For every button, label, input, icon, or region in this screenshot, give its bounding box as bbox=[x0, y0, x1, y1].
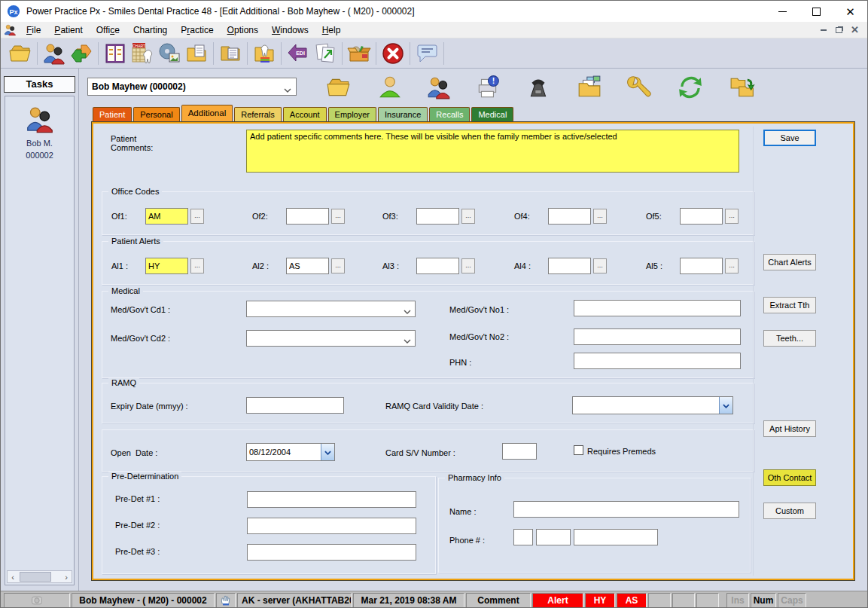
minimize-button[interactable] bbox=[766, 1, 799, 22]
office-code-input-5[interactable] bbox=[680, 208, 723, 225]
menu-windows[interactable]: Windows bbox=[265, 23, 315, 37]
status-alert-code-as[interactable]: AS bbox=[617, 593, 647, 608]
status-alert-code-hy[interactable]: HY bbox=[585, 593, 615, 608]
custom-button[interactable]: Custom bbox=[763, 503, 816, 519]
refresh-icon[interactable] bbox=[678, 75, 703, 100]
tab-insurance[interactable]: Insurance bbox=[378, 107, 428, 121]
open-folder-icon[interactable] bbox=[326, 75, 352, 100]
menu-charting[interactable]: Charting bbox=[126, 23, 174, 37]
tab-patient[interactable]: Patient bbox=[93, 107, 132, 121]
mdi-system-icon[interactable] bbox=[4, 23, 17, 36]
patient-comments-input[interactable]: Add patient specific comments here. Thes… bbox=[246, 130, 739, 173]
tab-account[interactable]: Account bbox=[283, 107, 327, 121]
open-folder-icon[interactable] bbox=[8, 41, 32, 66]
scroll-left-icon[interactable]: ‹ bbox=[8, 571, 18, 582]
office-code-input-2[interactable] bbox=[286, 208, 329, 225]
status-alert[interactable]: Alert bbox=[532, 593, 583, 608]
apt-history-button[interactable]: Apt History bbox=[763, 420, 816, 437]
menu-options[interactable]: Options bbox=[221, 23, 265, 37]
patient-alert-lookup-button-3[interactable]: ... bbox=[461, 258, 475, 273]
patient-alert-input-3[interactable] bbox=[416, 258, 459, 274]
med-no1-input[interactable] bbox=[574, 300, 741, 316]
patient-selector[interactable]: Bob Mayhew (000002) bbox=[87, 78, 297, 96]
folder-document-icon[interactable] bbox=[184, 41, 209, 66]
tab-additional[interactable]: Additional bbox=[181, 105, 233, 121]
tab-referrals[interactable]: Referrals bbox=[234, 107, 282, 121]
folder-tooth-icon[interactable] bbox=[252, 41, 276, 66]
print-alert-icon[interactable]: ! bbox=[475, 75, 501, 100]
patient-alert-input-1[interactable] bbox=[145, 258, 188, 274]
office-code-lookup-button-5[interactable]: ... bbox=[725, 209, 739, 224]
tab-medical[interactable]: Medical bbox=[471, 107, 513, 121]
mdi-minimize-button[interactable] bbox=[815, 23, 831, 36]
chart-tooth-icon[interactable]: CHART bbox=[130, 41, 154, 66]
patient-alert-lookup-button-1[interactable]: ... bbox=[190, 258, 204, 273]
supplies-box-icon[interactable] bbox=[347, 41, 371, 66]
office-code-input-1[interactable] bbox=[145, 208, 188, 225]
menu-office[interactable]: Office bbox=[90, 23, 126, 37]
office-code-lookup-button-4[interactable]: ... bbox=[593, 209, 607, 224]
med-cd1-select[interactable] bbox=[246, 301, 416, 317]
pre-det-input-3[interactable] bbox=[247, 544, 416, 561]
patient-alert-input-5[interactable] bbox=[680, 258, 723, 274]
pharmacy-phone-number-input[interactable] bbox=[574, 529, 658, 545]
patient-alert-input-2[interactable] bbox=[286, 258, 329, 274]
save-button[interactable]: Save bbox=[763, 130, 816, 146]
pre-det-input-2[interactable] bbox=[247, 518, 416, 534]
office-code-lookup-button-1[interactable]: ... bbox=[190, 209, 204, 224]
edi-icon[interactable]: EDI bbox=[286, 41, 310, 66]
requires-premeds-checkbox[interactable] bbox=[574, 445, 583, 455]
reports-icon[interactable] bbox=[313, 41, 337, 66]
patient-green-icon[interactable] bbox=[377, 75, 403, 100]
menu-patient[interactable]: Patient bbox=[47, 23, 89, 37]
office-code-input-4[interactable] bbox=[548, 208, 591, 225]
family-icon[interactable] bbox=[426, 75, 452, 100]
patient-alert-lookup-button-2[interactable]: ... bbox=[331, 258, 345, 273]
dropdown-arrow-icon[interactable] bbox=[321, 444, 334, 460]
patient-alert-input-4[interactable] bbox=[548, 258, 591, 274]
extract-tth-button[interactable]: Extract Tth bbox=[763, 297, 816, 313]
med-no2-input[interactable] bbox=[574, 328, 741, 345]
tab-personal[interactable]: Personal bbox=[133, 107, 179, 121]
comment-bubble-icon[interactable] bbox=[415, 41, 439, 66]
tab-recalls[interactable]: Recalls bbox=[429, 107, 470, 121]
close-button[interactable]: ✕ bbox=[833, 1, 867, 22]
menu-help[interactable]: Help bbox=[315, 23, 348, 37]
phone-icon[interactable] bbox=[525, 75, 551, 100]
payment-transfer-icon[interactable] bbox=[69, 41, 93, 66]
mdi-close-button[interactable]: ✕ bbox=[847, 23, 863, 36]
office-code-lookup-button-2[interactable]: ... bbox=[331, 209, 345, 224]
patients-icon[interactable] bbox=[42, 41, 66, 66]
pharmacy-phone-area-input[interactable] bbox=[513, 529, 533, 545]
med-cd2-select[interactable] bbox=[246, 330, 416, 347]
teeth--button[interactable]: Teeth... bbox=[763, 330, 816, 347]
tasks-horizontal-scrollbar[interactable]: ‹ › bbox=[7, 570, 72, 583]
document-copy-icon[interactable] bbox=[218, 41, 242, 66]
transfer-folders-icon[interactable] bbox=[729, 75, 755, 100]
maximize-button[interactable] bbox=[799, 1, 833, 22]
oth-contact-button[interactable]: Oth Contact bbox=[763, 469, 816, 486]
chart-alerts-button[interactable]: Chart Alerts bbox=[763, 254, 816, 270]
patient-alert-lookup-button-5[interactable]: ... bbox=[725, 258, 739, 273]
ramq-expiry-input[interactable] bbox=[246, 397, 344, 414]
appointment-book-icon[interactable] bbox=[103, 41, 127, 66]
menu-practice[interactable]: Practice bbox=[174, 23, 220, 37]
mdi-restore-button[interactable] bbox=[831, 23, 847, 36]
task-patient-tile[interactable]: Bob M. 000002 bbox=[5, 104, 74, 161]
phn-input[interactable] bbox=[574, 353, 741, 369]
open-date-select[interactable]: 08/12/2004 bbox=[246, 443, 335, 461]
close-patient-icon[interactable] bbox=[381, 41, 405, 66]
dropdown-arrow-icon[interactable] bbox=[719, 397, 732, 414]
folder-files-icon[interactable] bbox=[577, 75, 602, 100]
tools-wrench-icon[interactable] bbox=[627, 75, 653, 100]
pre-det-input-1[interactable] bbox=[247, 491, 416, 508]
pharmacy-phone-prefix-input[interactable] bbox=[536, 529, 571, 545]
card-sv-input[interactable] bbox=[502, 443, 537, 460]
scrollbar-thumb[interactable] bbox=[20, 572, 51, 582]
patient-alert-lookup-button-4[interactable]: ... bbox=[593, 258, 607, 273]
ramq-validity-select[interactable] bbox=[572, 396, 733, 414]
office-code-lookup-button-3[interactable]: ... bbox=[461, 209, 475, 224]
pharmacy-name-input[interactable] bbox=[513, 501, 739, 518]
scroll-right-icon[interactable]: › bbox=[61, 571, 72, 582]
menu-file[interactable]: File bbox=[20, 23, 47, 37]
